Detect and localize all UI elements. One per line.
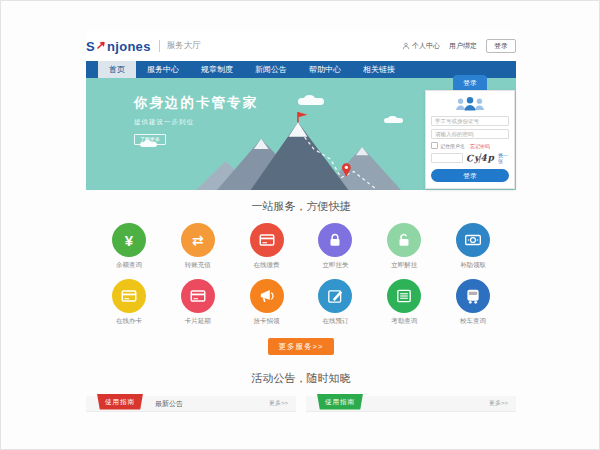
services-row-1: ¥余额查询⇄转账充值在线缴费立即挂失立即解挂补助领取 xyxy=(86,223,516,270)
more-services-button[interactable]: 更多服务>> xyxy=(268,338,335,355)
panel-ribbon-tab[interactable]: 使用指南 xyxy=(317,394,363,410)
announcement-panels: 使用指南最新公告更多>>使用指南更多>> xyxy=(86,396,516,412)
person-icon xyxy=(402,42,410,50)
users-icon xyxy=(431,95,509,113)
lock-icon xyxy=(318,223,352,257)
captcha-input[interactable] xyxy=(431,153,463,163)
login-card: 记住用户名 忘记密码 Cy4p 换一张 登录 xyxy=(425,90,515,189)
account-input[interactable] xyxy=(431,116,509,126)
service-item[interactable]: 立即解挂 xyxy=(381,223,427,270)
card-icon xyxy=(112,279,146,313)
user-binding-link[interactable]: 用户绑定 xyxy=(449,41,477,51)
header: S njones 服务大厅 个人中心 用户绑定 登录 xyxy=(86,31,516,61)
list-icon xyxy=(387,279,421,313)
panel-secondary-tab[interactable]: 最新公告 xyxy=(155,399,183,409)
site-title: 服务大厅 xyxy=(159,40,201,52)
nav-item-3[interactable]: 新闻公告 xyxy=(244,61,298,78)
captcha-row: Cy4p 换一张 xyxy=(431,152,509,164)
services-title: 一站服务，方便快捷 xyxy=(86,199,516,214)
hero-copy: 你身边的卡管专家 提供建设一步到位 了解更多 xyxy=(134,94,258,145)
yen-icon: ¥ xyxy=(112,223,146,257)
panel-more-link[interactable]: 更多>> xyxy=(489,399,508,408)
nav-item-0[interactable]: 首页 xyxy=(98,61,136,78)
transfer-icon: ⇄ xyxy=(181,223,215,257)
nav-item-2[interactable]: 规章制度 xyxy=(190,61,244,78)
service-label: 卡片延期 xyxy=(175,317,221,326)
remember-label: 记住用户名 xyxy=(440,143,465,149)
personal-center-link[interactable]: 个人中心 xyxy=(402,41,440,51)
service-label: 校车查询 xyxy=(450,317,496,326)
header-links: 个人中心 用户绑定 登录 xyxy=(402,39,516,53)
hero-cta-button[interactable]: 了解更多 xyxy=(134,134,166,145)
service-item[interactable]: 立即挂失 xyxy=(312,223,358,270)
service-label: 拾卡招领 xyxy=(244,317,290,326)
personal-center-label: 个人中心 xyxy=(412,41,440,51)
captcha-refresh-link[interactable]: 换一张 xyxy=(498,152,509,164)
service-label: 余额查询 xyxy=(106,261,152,270)
service-item[interactable]: 校车查询 xyxy=(450,279,496,326)
user-binding-label: 用户绑定 xyxy=(449,41,477,51)
service-label: 在线缴费 xyxy=(244,261,290,270)
service-label: 考勤查询 xyxy=(381,317,427,326)
logo-text: S xyxy=(86,39,95,54)
service-label: 立即挂失 xyxy=(312,261,358,270)
service-label: 立即解挂 xyxy=(381,261,427,270)
service-item[interactable]: 补助领取 xyxy=(450,223,496,270)
announcement-panel-1: 使用指南更多>> xyxy=(306,396,516,412)
cloud-shape xyxy=(298,98,324,105)
hero-title: 你身边的卡管专家 xyxy=(134,94,258,112)
site-container: S njones 服务大厅 个人中心 用户绑定 登录 首页服务中心规章制度新闻公… xyxy=(86,31,516,412)
logo[interactable]: S njones 服务大厅 xyxy=(86,39,201,54)
edit-icon xyxy=(318,279,352,313)
service-item[interactable]: 卡片延期 xyxy=(175,279,221,326)
bus-icon xyxy=(456,279,490,313)
service-label: 在线预订 xyxy=(312,317,358,326)
service-label: 在线办卡 xyxy=(106,317,152,326)
password-input[interactable] xyxy=(431,129,509,139)
page: S njones 服务大厅 个人中心 用户绑定 登录 首页服务中心规章制度新闻公… xyxy=(0,0,600,450)
login-options: 记住用户名 忘记密码 xyxy=(431,142,509,149)
service-label: 补助领取 xyxy=(450,261,496,270)
login-submit-button[interactable]: 登录 xyxy=(431,169,509,182)
service-item[interactable]: ⇄转账充值 xyxy=(175,223,221,270)
unlock-icon xyxy=(387,223,421,257)
service-item[interactable]: 在线办卡 xyxy=(106,279,152,326)
nav-item-5[interactable]: 相关链接 xyxy=(352,61,406,78)
login-panel: 登录 记住用户名 忘记密码 Cy4 xyxy=(425,75,515,189)
header-login-button[interactable]: 登录 xyxy=(486,39,516,53)
card-icon xyxy=(181,279,215,313)
login-tab[interactable]: 登录 xyxy=(453,75,487,90)
nav-item-4[interactable]: 帮助中心 xyxy=(298,61,352,78)
services-row-2: 在线办卡卡片延期拾卡招领在线预订考勤查询校车查询 xyxy=(86,279,516,326)
panel-tab-bar: 使用指南最新公告更多>> xyxy=(86,396,296,412)
megaphone-icon xyxy=(250,279,284,313)
service-item[interactable]: 考勤查询 xyxy=(381,279,427,326)
logo-text2: njones xyxy=(107,39,151,54)
captcha-image: Cy4p xyxy=(466,152,495,163)
panel-ribbon-tab[interactable]: 使用指南 xyxy=(97,394,143,410)
hero-subtitle: 提供建设一步到位 xyxy=(134,118,258,127)
service-item[interactable]: 拾卡招领 xyxy=(244,279,290,326)
forgot-password-link[interactable]: 忘记密码 xyxy=(470,143,490,149)
banknote-icon xyxy=(456,223,490,257)
service-label: 转账充值 xyxy=(175,261,221,270)
announcements-title: 活动公告，随时知晓 xyxy=(86,371,516,386)
service-item[interactable]: ¥余额查询 xyxy=(106,223,152,270)
remember-checkbox[interactable] xyxy=(431,142,438,149)
logo-arrow-icon xyxy=(96,39,107,50)
service-item[interactable]: 在线预订 xyxy=(312,279,358,326)
service-item[interactable]: 在线缴费 xyxy=(244,223,290,270)
announcement-panel-0: 使用指南最新公告更多>> xyxy=(86,396,296,412)
panel-more-link[interactable]: 更多>> xyxy=(269,399,288,408)
panel-tab-bar: 使用指南更多>> xyxy=(306,396,516,412)
card-icon xyxy=(250,223,284,257)
nav-item-1[interactable]: 服务中心 xyxy=(136,61,190,78)
